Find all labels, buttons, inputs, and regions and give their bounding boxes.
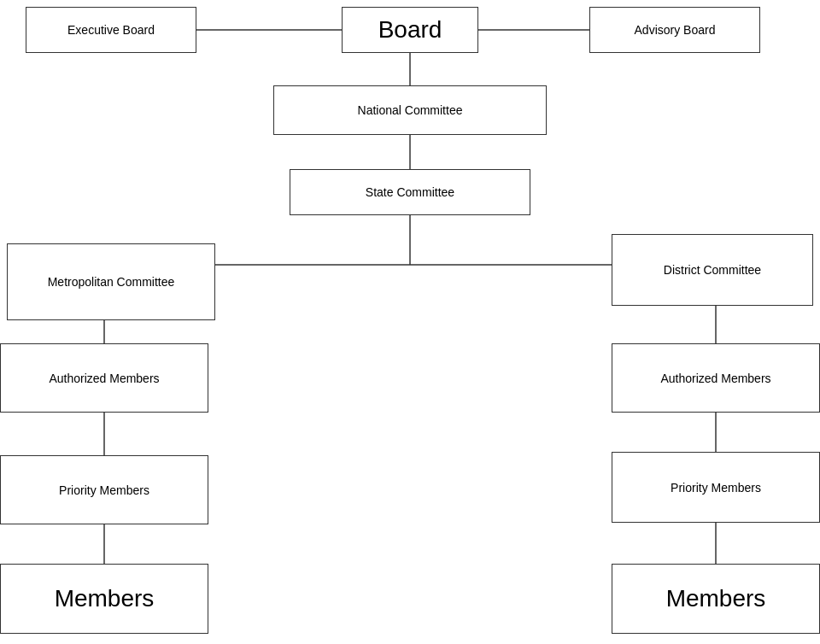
- advisory-board-node: Advisory Board: [589, 7, 760, 53]
- members-left-node: Members: [0, 564, 208, 634]
- members-right-node: Members: [612, 564, 820, 634]
- board-node: Board: [342, 7, 478, 53]
- org-chart: Board Executive Board Advisory Board Nat…: [0, 0, 820, 644]
- state-committee-node: State Committee: [290, 169, 530, 215]
- priority-members-right-node: Priority Members: [612, 452, 820, 523]
- district-committee-node: District Committee: [612, 234, 813, 306]
- priority-members-left-node: Priority Members: [0, 455, 208, 524]
- national-committee-node: National Committee: [273, 85, 547, 135]
- executive-board-node: Executive Board: [26, 7, 196, 53]
- authorized-members-left-node: Authorized Members: [0, 343, 208, 413]
- metropolitan-committee-node: Metropolitan Committee: [7, 243, 215, 320]
- authorized-members-right-node: Authorized Members: [612, 343, 820, 413]
